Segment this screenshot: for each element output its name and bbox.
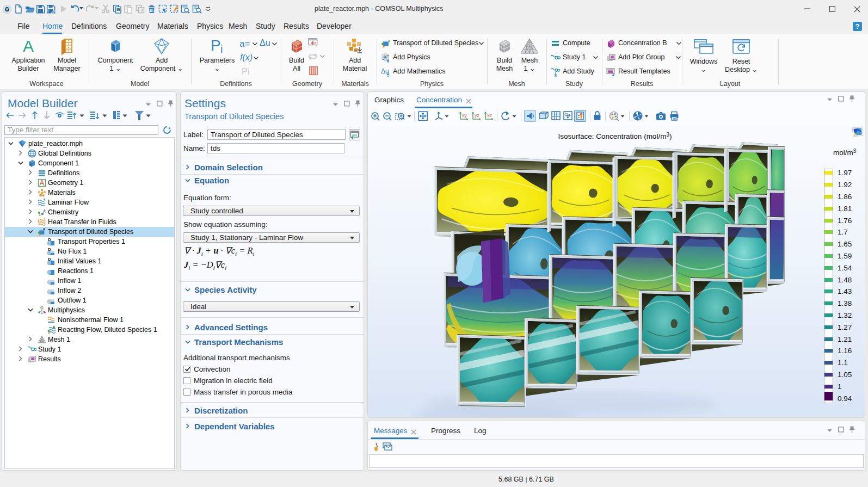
svg-text:D: D [48, 237, 51, 242]
svg-text:i: i [220, 43, 223, 55]
svg-text:xy: xy [462, 113, 467, 118]
svg-text:A: A [23, 38, 34, 55]
svg-text:yz: yz [475, 113, 480, 118]
svg-text:D: D [48, 257, 51, 262]
svg-text:xz: xz [487, 113, 493, 118]
svg-text:D: D [48, 247, 51, 252]
svg-text:P: P [211, 37, 221, 54]
